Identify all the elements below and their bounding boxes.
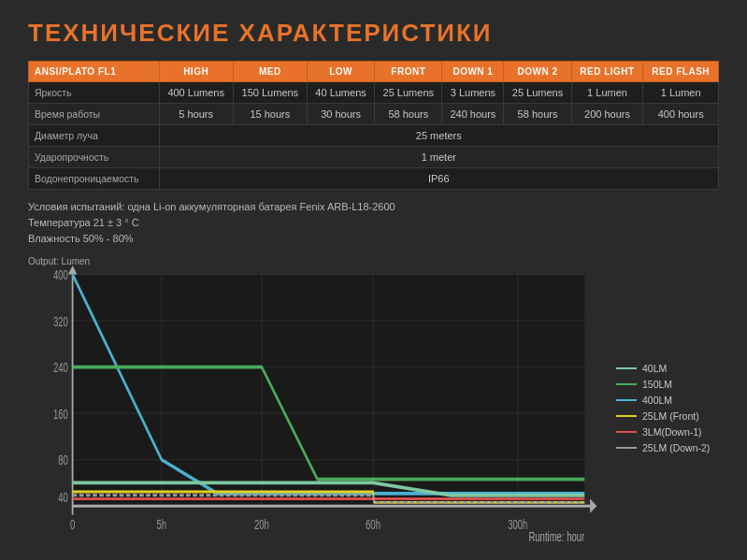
legend-line-40lm bbox=[616, 367, 637, 369]
page-title: ТЕХНИЧЕСКИЕ ХАРАКТЕРИСТИКИ bbox=[28, 19, 719, 48]
legend-line-25lm-front bbox=[616, 415, 637, 417]
runtime-med: 15 hours bbox=[233, 104, 307, 125]
svg-text:300h: 300h bbox=[508, 517, 527, 533]
svg-text:240: 240 bbox=[53, 360, 68, 376]
legend-item-150lm: 150LM bbox=[616, 379, 719, 390]
legend-label-150lm: 150LM bbox=[642, 379, 672, 390]
row-label-impact: Ударопрочность bbox=[29, 147, 160, 168]
brightness-low: 40 Lumens bbox=[307, 82, 374, 104]
brightness-med: 150 Lumens bbox=[233, 82, 307, 104]
legend-line-25lm-down2 bbox=[616, 447, 637, 449]
runtime-down1: 240 hours bbox=[442, 104, 504, 125]
col-header-redflash: RED FLASH bbox=[643, 62, 719, 82]
row-label-runtime: Время работы bbox=[29, 104, 160, 125]
main-container: ТЕХНИЧЕСКИЕ ХАРАКТЕРИСТИКИ ANSI/PLATO FL… bbox=[0, 0, 747, 560]
test-notes: Условия испытаний: одна Li-on аккумулято… bbox=[28, 199, 719, 247]
runtime-high: 5 hours bbox=[159, 104, 233, 125]
table-header-row: ANSI/PLATO FL1 HIGH MED LOW FRONT DOWN 1… bbox=[29, 62, 719, 82]
legend-label-3lm-down1: 3LM(Down-1) bbox=[642, 426, 702, 438]
row-label-brightness: Яркость bbox=[29, 82, 160, 104]
legend-item-3lm-down1: 3LM(Down-1) bbox=[616, 426, 719, 438]
note-line-3: Влажность 50% - 80% bbox=[28, 231, 719, 247]
svg-text:400: 400 bbox=[53, 267, 68, 283]
beam-value: 25 meters bbox=[159, 125, 718, 147]
col-header-front: FRONT bbox=[375, 62, 442, 82]
svg-marker-19 bbox=[590, 499, 596, 513]
chart-legend: 40LM 150LM 400LM 25LM (Front) 3LM(Down-1… bbox=[616, 256, 719, 551]
waterproof-value: IP66 bbox=[159, 168, 718, 190]
brightness-down1: 3 Lumens bbox=[442, 82, 504, 104]
col-header-high: HIGH bbox=[159, 62, 233, 82]
brightness-redflash: 1 Lumen bbox=[643, 82, 719, 104]
row-label-waterproof: Водонепроницаемость bbox=[29, 168, 160, 190]
y-axis-label: Output: Lumen bbox=[28, 256, 90, 266]
legend-label-40lm: 40LM bbox=[642, 363, 667, 374]
runtime-down2: 58 hours bbox=[504, 104, 571, 125]
legend-line-400lm bbox=[616, 399, 637, 401]
specs-table-wrapper: ANSI/PLATO FL1 HIGH MED LOW FRONT DOWN 1… bbox=[28, 61, 719, 190]
runtime-low: 30 hours bbox=[307, 104, 374, 125]
legend-item-25lm-down2: 25LM (Down-2) bbox=[616, 442, 719, 453]
table-row: Время работы 5 hours 15 hours 30 hours 5… bbox=[29, 104, 719, 125]
chart-container: Output: Lumen 400 320 240 160 80 40 bbox=[28, 256, 607, 551]
svg-rect-0 bbox=[73, 275, 585, 507]
svg-text:20h: 20h bbox=[254, 517, 269, 533]
col-header-down1: DOWN 1 bbox=[442, 62, 504, 82]
brightness-front: 25 Lumens bbox=[375, 82, 442, 104]
svg-marker-20 bbox=[68, 266, 78, 275]
table-row: Водонепроницаемость IP66 bbox=[29, 168, 719, 190]
legend-label-400lm: 400LM bbox=[642, 395, 672, 406]
impact-value: 1 meter bbox=[159, 147, 718, 168]
svg-text:160: 160 bbox=[53, 407, 68, 423]
runtime-front: 58 hours bbox=[375, 104, 442, 125]
legend-label-25lm-front: 25LM (Front) bbox=[642, 410, 699, 422]
chart-area: Output: Lumen 400 320 240 160 80 40 bbox=[28, 256, 719, 551]
svg-text:5h: 5h bbox=[157, 517, 167, 533]
legend-item-40lm: 40LM bbox=[616, 363, 719, 374]
brightness-high: 400 Lumens bbox=[159, 82, 233, 104]
col-header-ansi: ANSI/PLATO FL1 bbox=[29, 62, 160, 82]
note-line-1: Условия испытаний: одна Li-on аккумулято… bbox=[28, 199, 719, 215]
svg-text:0: 0 bbox=[70, 517, 75, 533]
col-header-low: LOW bbox=[307, 62, 374, 82]
svg-text:60h: 60h bbox=[366, 517, 381, 533]
legend-line-3lm-down1 bbox=[616, 431, 637, 433]
legend-line-150lm bbox=[616, 383, 637, 385]
col-header-med: MED bbox=[233, 62, 307, 82]
table-row: Яркость 400 Lumens 150 Lumens 40 Lumens … bbox=[29, 82, 719, 104]
runtime-redflash: 400 hours bbox=[643, 104, 719, 125]
svg-text:Runtime: hour: Runtime: hour bbox=[528, 529, 584, 545]
col-header-down2: DOWN 2 bbox=[504, 62, 571, 82]
legend-item-25lm-front: 25LM (Front) bbox=[616, 410, 719, 422]
col-header-redlight: RED LIGHT bbox=[571, 62, 643, 82]
brightness-redlight: 1 Lumen bbox=[571, 82, 643, 104]
legend-label-25lm-down2: 25LM (Down-2) bbox=[642, 442, 710, 453]
table-row: Диаметр луча 25 meters bbox=[29, 125, 719, 147]
note-line-2: Температура 21 ± 3 ° С bbox=[28, 215, 719, 231]
runtime-chart: 400 320 240 160 80 40 bbox=[28, 266, 607, 551]
table-row: Ударопрочность 1 meter bbox=[29, 147, 719, 168]
svg-text:320: 320 bbox=[53, 314, 68, 330]
row-label-beam: Диаметр луча bbox=[29, 125, 160, 147]
svg-text:80: 80 bbox=[58, 452, 68, 468]
legend-item-400lm: 400LM bbox=[616, 395, 719, 406]
specs-table: ANSI/PLATO FL1 HIGH MED LOW FRONT DOWN 1… bbox=[28, 61, 719, 190]
brightness-down2: 25 Lumens bbox=[504, 82, 571, 104]
svg-text:40: 40 bbox=[58, 490, 68, 506]
runtime-redlight: 200 hours bbox=[571, 104, 643, 125]
